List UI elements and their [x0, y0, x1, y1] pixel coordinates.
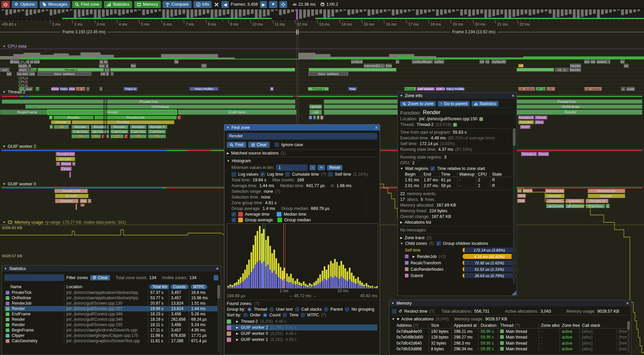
- radio-time[interactable]: [282, 313, 287, 317]
- timeline-zone[interactable]: call: [309, 109, 322, 115]
- found-zone-row[interactable]: ▶GUIF worker 1(3,192)4.39 s: [227, 337, 377, 343]
- radio-mtpc[interactable]: [301, 313, 305, 317]
- col-call-stack[interactable]: Call stack: [580, 323, 616, 328]
- cpu-zone-chip[interactable]: ss: [30, 60, 33, 63]
- cpu-zone-chip[interactable]: kv: [621, 60, 625, 63]
- reset-button[interactable]: Reset: [327, 165, 343, 170]
- timeline-zone[interactable]: 17: [517, 189, 522, 193]
- cpu-zone-chip[interactable]: sen: [584, 60, 590, 63]
- timeline-zone[interactable]: 5: [88, 199, 91, 203]
- timeline-zone[interactable]: S: [309, 116, 312, 120]
- timeline-zone[interactable]: [69, 172, 71, 178]
- timeline-zone[interactable]: RenderJol: [56, 152, 75, 156]
- cpu-zone-chip[interactable]: [110, 68, 295, 72]
- memory-button[interactable]: Memory: [134, 1, 161, 8]
- allocation-row[interactable]: 0x7dfc42d64032 bytes298.3 ms59.95 sMain …: [396, 340, 629, 346]
- timeline-zone[interactable]: Dra: [517, 194, 526, 198]
- cpu-zone-chip[interactable]: kworke: [570, 64, 581, 68]
- cpu-zone-chip[interactable]: s: [27, 60, 29, 63]
- child-zone-row[interactable]: ▶RenderJob(×2)4.16 ms (92.60%): [400, 253, 511, 260]
- timeline-zone[interactable]: T: [317, 116, 320, 120]
- child-zone-row[interactable]: CalcRenderNodes51.51 us (1.15%): [400, 266, 511, 272]
- find-button[interactable]: Find: [227, 142, 246, 148]
- table-row[interactable]: BeginFramejni/../jni/src/claw/gfx/drv/vk…: [4, 327, 218, 333]
- timeline-zone[interactable]: Ren: [535, 120, 544, 124]
- timeline-zone[interactable]: L: [320, 116, 323, 120]
- timeline-zone[interactable]: Render: [566, 199, 584, 203]
- power-button[interactable]: [1, 1, 10, 8]
- resize-grip[interactable]: [512, 291, 516, 295]
- cpu-zone-chip[interactable]: [Hw: [386, 64, 392, 68]
- cpu-zone-chip[interactable]: system_s: [597, 60, 610, 63]
- timeline-zone[interactable]: RenderJob: [588, 189, 625, 193]
- cpu-zone-chip[interactable]: sei: [7, 72, 11, 76]
- timeline-zone[interactable]: Rende: [51, 120, 71, 124]
- source-color-swatch[interactable]: [479, 117, 483, 121]
- timeline-zone[interactable]: CalcGeome: [546, 204, 564, 208]
- cpu-zone-chip[interactable]: [517, 68, 554, 72]
- min-bin-input[interactable]: 1: [276, 164, 308, 171]
- timeline-zone[interactable]: 16: [91, 134, 101, 138]
- find-zone-input[interactable]: Render: [227, 133, 377, 140]
- col-mtpc[interactable]: MTPC: [191, 284, 207, 289]
- table-row[interactable]: Renderjni/../jni/src/guif/Control.cpp:34…: [4, 317, 218, 322]
- cpu-zone-chip[interactable]: m1a: [105, 68, 109, 72]
- timeline-zone[interactable]: PrivateTick: [2, 99, 296, 104]
- log-time-checkbox[interactable]: ✓: [260, 172, 265, 177]
- cpu-zone-chip[interactable]: Thread-2: [38, 68, 104, 72]
- allocation-row[interactable]: 0x7dfc53d8988 bytes298.34 ms59.95 sMain …: [396, 346, 629, 352]
- restrict-time-checkbox[interactable]: [392, 309, 396, 314]
- group-lines-checkbox[interactable]: ✓: [231, 218, 236, 222]
- timeline-zone[interactable]: RenderJol: [545, 189, 565, 193]
- cumulate-time-checkbox[interactable]: [285, 172, 290, 177]
- cpu-zone-chip[interactable]: auc: [99, 64, 105, 68]
- timeline-zone[interactable]: CalcGeo: [586, 204, 605, 208]
- cpu-zone-chip[interactable]: ~: [111, 72, 113, 76]
- clear-button[interactable]: Clear: [248, 142, 270, 148]
- find-zone-titlebar[interactable]: ▼Find zone ×: [224, 125, 380, 131]
- cpu-zone-chip[interactable]: s: [28, 64, 31, 68]
- cpu-zone-chip[interactable]: kw: [131, 64, 136, 68]
- timeline-zone[interactable]: 22: [110, 134, 124, 138]
- prev-frame-button[interactable]: ◀: [221, 1, 229, 8]
- zoom-to-zone-button[interactable]: Zoom to zone: [400, 101, 436, 106]
- radio-thread[interactable]: [247, 307, 252, 312]
- timeline-zone[interactable]: 26: [130, 134, 147, 138]
- time-axis[interactable]: +55.83 s 1 ms2 ms3 ms4 ms5 ms6 ms7 ms8 m…: [0, 20, 644, 29]
- thread-header-thread-2[interactable]: ▼Thread-2: [0, 89, 644, 95]
- timeline-zone[interactable]: Render R: [586, 199, 608, 203]
- cpu-zone-chip[interactable]: surfaceflinger: [412, 60, 433, 63]
- bin-minus-button[interactable]: -: [310, 165, 316, 170]
- cpu-zone-chip[interactable]: surfacefli: [491, 60, 506, 63]
- table-row[interactable]: EndFramejni/../jni/src/guif/Control.cpp:…: [4, 311, 218, 317]
- col-appeared-at[interactable]: Appeared at: [451, 323, 478, 328]
- cpu-zone-chip[interactable]: kw,gm: [18, 64, 26, 68]
- timeline-zone[interactable]: RerS: [523, 189, 533, 193]
- timeline-zone[interactable]: OnRedraw: [25, 104, 296, 109]
- log-values-checkbox[interactable]: [231, 172, 236, 177]
- cpu-data-header[interactable]: ▼CPU data: [0, 44, 644, 49]
- timeline-zone[interactable]: Render: [518, 120, 534, 124]
- timeline-zone[interactable]: C: [124, 134, 128, 138]
- cpu-zone-chip[interactable]: st: [396, 60, 399, 63]
- cpu-zone-chip[interactable]: se: [624, 64, 629, 68]
- timeline-zone[interactable]: Render F: [148, 125, 167, 129]
- child-zones-toggle[interactable]: ▼Child zones(5) ✓Group children location…: [400, 241, 511, 246]
- timeline-zone[interactable]: Sel: [517, 199, 525, 203]
- allocation-row[interactable]: 0x7dfaa64e00192 bytes298.21 ms59.95 sMai…: [396, 328, 629, 335]
- timeline-zone[interactable]: Render: [130, 125, 147, 129]
- statistics-titlebar[interactable]: ▼Statistics ×: [2, 266, 221, 272]
- close-icon[interactable]: ×: [626, 301, 629, 306]
- statistics-button[interactable]: Statistics: [104, 1, 132, 8]
- timeline-zone[interactable]: RenderJob: [54, 189, 88, 193]
- timeline-zone[interactable]: 8: [56, 162, 60, 166]
- col-duration[interactable]: Duration: [478, 323, 498, 328]
- filter-zones-input[interactable]: [4, 274, 64, 281]
- timeline-zone[interactable]: EndFrame: [178, 109, 297, 115]
- timeline-zone[interactable]: Render: [47, 109, 177, 115]
- table-row[interactable]: Clipperjni/../jni/src/claw/gfx/geo/Clipp…: [4, 333, 218, 338]
- radio-parent[interactable]: [324, 307, 328, 312]
- ignore-case-checkbox[interactable]: [274, 142, 279, 147]
- col-zone-free[interactable]: Zone free: [559, 323, 580, 328]
- cpu-zone-chip[interactable]: rot_d: [101, 72, 109, 76]
